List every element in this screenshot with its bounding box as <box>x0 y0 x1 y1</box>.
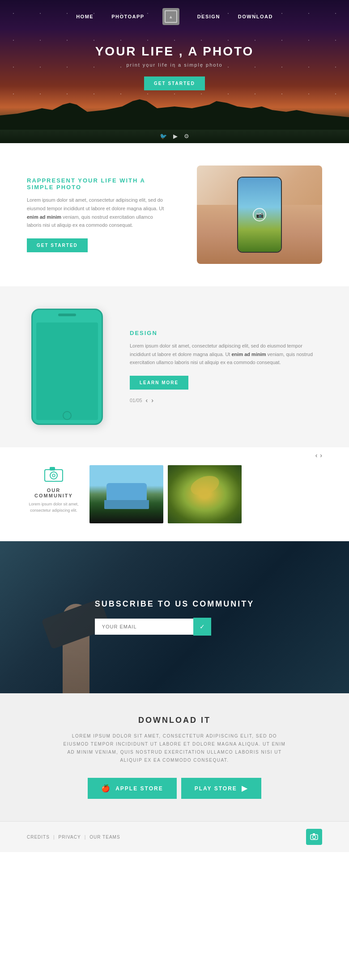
play-icon: ▶ <box>242 784 248 793</box>
subscribe-section: SUBSCRIBE TO US COMMUNITY ✓ <box>0 541 349 693</box>
pagination-text: 01/05 <box>130 398 142 403</box>
svg-rect-2 <box>50 467 55 471</box>
gallery-nav: ‹ › <box>315 452 322 459</box>
design-text: DESIGN Lorem ipsum dolor sit amet, conse… <box>130 330 322 404</box>
represent-body: Lorem ipsum dolor sit amet, consectetur … <box>27 196 166 229</box>
phone-green-screen <box>36 322 98 420</box>
design-section: DESIGN Lorem ipsum dolor sit amet, conse… <box>0 286 349 447</box>
apple-store-button[interactable]: 🍎 AppLE Store <box>88 778 176 799</box>
svg-point-3 <box>52 474 55 477</box>
subscribe-content: SUBSCRIBE TO US COMMUNITY ✓ <box>95 599 255 636</box>
phone-notch <box>58 314 76 316</box>
gallery-next[interactable]: › <box>320 452 322 459</box>
footer-logo-icon <box>306 829 322 845</box>
community-photos <box>89 465 322 523</box>
community-photo-2 <box>168 465 242 523</box>
design-phone-container <box>27 309 107 425</box>
hero-cta-button[interactable]: GET STARTED <box>144 76 205 90</box>
phone-hand-image: 📷 <box>197 165 322 264</box>
nav-logo <box>162 8 179 25</box>
prev-arrow[interactable]: ‹ <box>146 397 148 404</box>
hero-socials: 🐦 ▶ ⚙ <box>160 133 189 140</box>
main-nav: HOME PHOTOAPP DESIGN DOWNLOAD <box>0 0 349 33</box>
hero-section: HOME PHOTOAPP DESIGN DOWNLOAD YOUR LIFE … <box>0 0 349 143</box>
subscribe-submit-button[interactable]: ✓ <box>193 618 211 636</box>
download-section: DOWNLOAD IT LOREM IPSUM DOLOR SIT AMET, … <box>0 693 349 821</box>
nav-home[interactable]: HOME <box>76 14 94 19</box>
apple-store-label: AppLE Store <box>115 785 163 792</box>
svg-rect-0 <box>45 470 63 481</box>
twitter-icon[interactable]: 🐦 <box>160 133 167 140</box>
nav-download[interactable]: DOWNLOAD <box>238 14 273 19</box>
footer-privacy[interactable]: PRIVACY <box>59 835 81 840</box>
leaves-image <box>168 465 242 523</box>
hero-content: YOUR LIFE , A PHOTO print your life in a… <box>95 44 254 90</box>
camera-community-icon <box>43 465 65 483</box>
design-cta-button[interactable]: LEARN MORE <box>130 376 188 390</box>
footer-our-teams[interactable]: OUR TEAMS <box>89 835 120 840</box>
represent-heading: RAPPRESENT YOUR LIFE WITH A SIMPLE PHOTO <box>27 177 166 191</box>
email-input[interactable] <box>95 619 193 635</box>
represent-section: RAPPRESENT YOUR LIFE WITH A SIMPLE PHOTO… <box>0 143 349 286</box>
design-heading: DESIGN <box>130 330 322 336</box>
represent-text: RAPPRESENT YOUR LIFE WITH A SIMPLE PHOTO… <box>27 177 166 252</box>
next-arrow[interactable]: › <box>151 397 153 404</box>
green-phone-mockup <box>31 309 103 425</box>
community-section: OUR COMMUNITY Lorem ipsum dolor sit amet… <box>0 447 349 541</box>
footer: CREDITS | PRIVACY | OUR TEAMS <box>0 821 349 852</box>
apple-icon: 🍎 <box>101 784 111 793</box>
community-left: OUR COMMUNITY Lorem ipsum dolor sit amet… <box>27 465 81 514</box>
play-store-label: PLAY Store <box>195 785 237 792</box>
logo-icon <box>165 10 177 23</box>
download-body: LOREM IPSUM DOLOR SIT AMET, CONSECTETUR … <box>63 732 286 764</box>
play-store-button[interactable]: PLAY Store ▶ <box>181 778 261 799</box>
represent-image: 📷 <box>183 165 322 264</box>
footer-credits[interactable]: CREDITS <box>27 835 50 840</box>
community-photo-1 <box>89 465 163 523</box>
footer-sep-2: | <box>85 835 86 840</box>
subscribe-form: ✓ <box>95 618 255 636</box>
phone-screen: 📷 <box>238 178 281 252</box>
community-desc: Lorem ipsum dolor sit amet, consectetur … <box>27 501 81 514</box>
hero-title: YOUR LIFE , A PHOTO <box>95 44 254 59</box>
design-pagination: 01/05 ‹ › <box>130 397 322 404</box>
subscribe-title: SUBSCRIBE TO US COMMUNITY <box>95 599 255 609</box>
nav-photoapp[interactable]: PHOTOAPP <box>111 14 145 19</box>
gallery-prev[interactable]: ‹ <box>315 452 318 459</box>
hero-subtitle: print your life in a simple photo <box>95 62 254 68</box>
youtube-icon[interactable]: ▶ <box>173 133 178 140</box>
settings-icon[interactable]: ⚙ <box>184 133 189 140</box>
svg-rect-6 <box>313 833 315 835</box>
store-buttons: 🍎 AppLE Store PLAY Store ▶ <box>36 778 313 799</box>
hand-bg: 📷 <box>197 165 322 264</box>
footer-sep-1: | <box>53 835 55 840</box>
phone-device: 📷 <box>237 177 282 253</box>
nav-design[interactable]: DESIGN <box>197 14 220 19</box>
design-body: Lorem ipsum dolor sit amet, consectetur … <box>130 342 322 367</box>
camera-screen-icon: 📷 <box>253 208 266 221</box>
svg-point-5 <box>313 836 316 839</box>
represent-cta-button[interactable]: GET STARTED <box>27 238 88 252</box>
community-title: OUR COMMUNITY <box>27 488 81 498</box>
svg-point-1 <box>50 472 57 479</box>
footer-links: CREDITS | PRIVACY | OUR TEAMS <box>27 835 120 840</box>
download-title: DOWNLOAD IT <box>36 716 313 725</box>
